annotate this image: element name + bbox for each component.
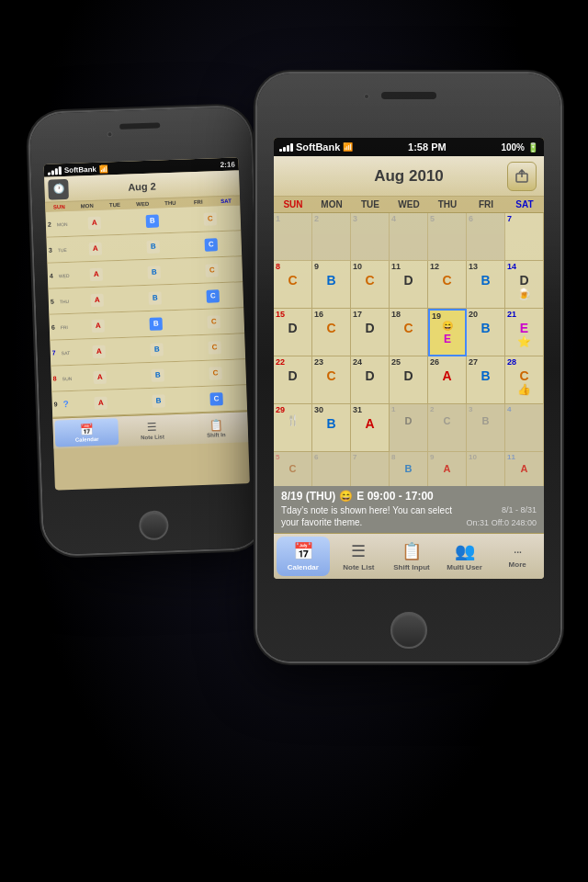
cal-cell-19-today[interactable]: 19 😄 E [428, 309, 467, 356]
tab-shiftinput-icon: 📋 [401, 541, 422, 561]
cal-cell-24[interactable]: 24 D [351, 356, 390, 404]
cal-cell-pm2[interactable]: 2 [312, 213, 351, 261]
cal-date-10: 10 [353, 263, 387, 271]
back-date-3: 3 [49, 246, 58, 253]
cal-cell-29[interactable]: 29 🍴 [274, 404, 312, 452]
tab-shiftinput-label: Shift Input [393, 563, 430, 571]
cal-cell-pm4[interactable]: 4 [390, 213, 428, 261]
week-3: 15 D 16 C 17 D 18 C [274, 309, 544, 356]
cal-cell-14[interactable]: 14 D 🍺 [505, 261, 544, 309]
cal-shift-25: D [391, 368, 425, 383]
front-header-title: Aug 2010 [374, 167, 444, 186]
cal-cell-12[interactable]: 12 C [428, 261, 467, 309]
back-home-button[interactable] [139, 510, 169, 540]
cal-cell-11[interactable]: 11 D [390, 261, 428, 309]
cal-cell-20[interactable]: 20 B [467, 309, 505, 356]
cal-cell-nm6[interactable]: 6 [312, 452, 351, 486]
back-header-title: Aug 2 [128, 180, 156, 192]
shift-b: B [146, 214, 159, 227]
cal-cell-nm10[interactable]: 10 [467, 452, 505, 486]
cal-cell-nm2[interactable]: 2 C [428, 404, 467, 452]
cal-header-sun: SUN [274, 197, 312, 212]
front-battery-pct: 100% [501, 142, 525, 153]
shift-a5: A [92, 319, 105, 332]
cal-cell-nm8[interactable]: 8 B [390, 452, 428, 486]
front-signal [279, 143, 293, 152]
cal-cell-pm5[interactable]: 5 [428, 213, 467, 261]
front-status-left: SoftBank 📶 [279, 141, 353, 153]
cal-cell-pm3[interactable]: 3 [351, 213, 390, 261]
tab-multiuser[interactable]: 👥 Multi User [438, 534, 492, 579]
cal-cell-23[interactable]: 23 C [312, 356, 351, 404]
cal-cell-28[interactable]: 28 C 👍 [505, 356, 544, 404]
cal-shift-14: D [507, 273, 541, 288]
cal-cell-30[interactable]: 30 B [312, 404, 351, 452]
cal-shift-nm5: C [276, 463, 310, 474]
cal-cell-nm4[interactable]: 4 [505, 404, 544, 452]
cal-date-7: 7 [507, 215, 541, 223]
tab-more[interactable]: ··· More [491, 534, 544, 579]
shift-c8: C [209, 392, 222, 405]
back-day-sun: SUN [45, 202, 74, 212]
cal-cell-nm7[interactable]: 7 [351, 452, 390, 486]
tab-calendar-icon: 📅 [293, 541, 313, 561]
cal-date-24: 24 [353, 358, 387, 367]
back-tab-calendar[interactable]: 📅 Calendar [54, 418, 119, 447]
shift-a3: A [90, 267, 103, 280]
cal-cell-16[interactable]: 16 C [312, 309, 351, 356]
week-2: 8 C 9 B 10 C 11 D [274, 261, 544, 309]
tab-multiuser-icon: 👥 [455, 541, 475, 561]
cal-cell-7[interactable]: 7 [505, 213, 544, 261]
info-note-text: Tday's note is shown here! You can selec… [281, 504, 467, 529]
cal-cell-22[interactable]: 22 D [274, 356, 312, 404]
cal-cell-pm1[interactable]: 1 [274, 213, 312, 261]
cal-emoji-19: 😄 [442, 321, 453, 331]
cal-date-nm11: 11 [507, 454, 541, 461]
cal-cell-pm6[interactable]: 6 [467, 213, 505, 261]
cal-cell-25[interactable]: 25 D [390, 356, 428, 404]
shift-c2: C [205, 238, 218, 251]
cal-header-mon: MON [312, 197, 351, 212]
cal-cell-21[interactable]: 21 E ⭐ [505, 309, 544, 356]
cal-shift-21: E [507, 321, 541, 335]
cal-cell-nm9[interactable]: 9 A [428, 452, 467, 486]
cal-cell-nm5[interactable]: 5 C [274, 452, 312, 486]
cal-date-20: 20 [469, 311, 503, 319]
tab-notelist[interactable]: ☰ Note List [333, 534, 386, 579]
cal-cell-27[interactable]: 27 B [467, 356, 505, 404]
cal-date-pm6: 6 [469, 215, 503, 223]
cal-shift-28: C [507, 368, 541, 383]
tab-calendar[interactable]: 📅 Calendar [277, 537, 330, 576]
front-home-button[interactable] [390, 612, 427, 649]
cal-cell-nm11[interactable]: 11 A [505, 452, 544, 486]
cal-cell-10[interactable]: 10 C [351, 261, 390, 309]
cal-cell-nm3[interactable]: 3 B [467, 404, 505, 452]
cal-cell-13[interactable]: 13 B [467, 261, 505, 309]
shift-a8: A [94, 396, 107, 409]
cal-header-wed: WED [390, 197, 428, 212]
front-share-button[interactable] [507, 162, 537, 191]
cal-cell-9[interactable]: 9 B [312, 261, 351, 309]
cal-date-nm6: 6 [314, 454, 348, 461]
cal-cell-18[interactable]: 18 C [390, 309, 428, 356]
cal-date-pm4: 4 [391, 215, 425, 223]
cal-cell-8[interactable]: 8 C [274, 261, 312, 309]
back-tab-shift[interactable]: 📋 Shift In [184, 412, 248, 444]
tab-notelist-label: Note List [343, 563, 374, 571]
cal-cell-26[interactable]: 26 A [428, 356, 467, 404]
cal-icon-29: 🍴 [276, 414, 310, 426]
back-day-wed: WED [129, 199, 157, 209]
back-tab-notelist[interactable]: ☰ Note List [120, 414, 185, 447]
tab-shiftinput[interactable]: 📋 Shift Input [385, 534, 438, 579]
back-shift-icon: 📋 [209, 418, 222, 432]
cal-cell-nm1[interactable]: 1 D [390, 404, 428, 452]
tab-notelist-icon: ☰ [351, 541, 366, 561]
cal-cell-31[interactable]: 31 A [351, 404, 390, 452]
tab-calendar-label: Calendar [288, 563, 319, 571]
cal-cell-15[interactable]: 15 D [274, 309, 312, 356]
cal-shift-27: B [469, 368, 503, 383]
week-6: 5 C 6 7 8 B [274, 452, 544, 486]
cal-cell-17[interactable]: 17 D [351, 309, 390, 356]
week-5: 29 🍴 30 B 31 A 1 [274, 404, 544, 452]
shift-c5: C [207, 315, 220, 328]
